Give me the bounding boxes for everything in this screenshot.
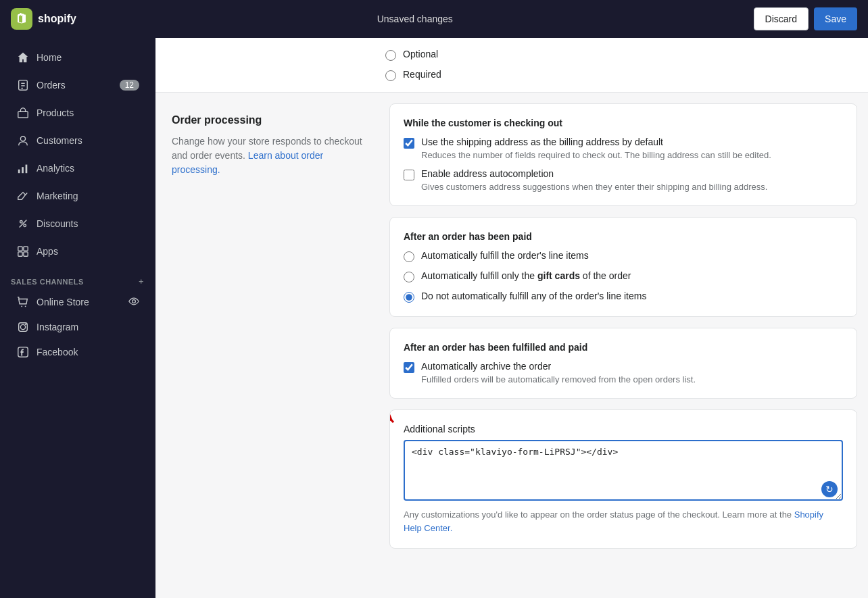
sidebar-discounts-label: Discounts [37, 218, 78, 229]
analytics-icon [16, 161, 30, 175]
svg-rect-6 [18, 170, 20, 173]
orders-badge: 12 [120, 80, 139, 91]
topbar-left: shopify [11, 8, 76, 30]
do-not-fulfill-item: Do not automatically fulfill any of the … [404, 291, 843, 303]
svg-rect-8 [26, 165, 28, 174]
sidebar-item-marketing[interactable]: Marketing [5, 182, 150, 209]
do-not-fulfill-radio[interactable] [404, 292, 414, 303]
home-icon [16, 51, 30, 64]
topbar: shopify Unsaved changes Discard Save [0, 0, 868, 38]
order-processing-section: Order processing Change how your store r… [155, 93, 868, 565]
online-store-icon [16, 295, 30, 309]
discard-button[interactable]: Discard [754, 7, 809, 30]
sidebar-apps-label: Apps [37, 246, 58, 257]
sidebar-item-customers[interactable]: Customers [5, 127, 150, 154]
use-shipping-desc: Reduces the number of fields required to… [421, 150, 771, 160]
svg-point-5 [20, 136, 25, 141]
auto-fulfill-giftcards-radio[interactable] [404, 272, 414, 282]
main-layout: Home Orders 12 Products Customers [0, 38, 868, 598]
archive-checkbox[interactable] [404, 362, 414, 373]
auto-fulfill-all-radio[interactable] [404, 251, 414, 262]
autocompletion-text: Enable address autocompletion Gives cust… [421, 168, 767, 192]
auto-fulfill-giftcards-post: of the order [580, 270, 631, 281]
svg-rect-12 [18, 247, 22, 251]
checkout-card: While the customer is checking out Use t… [389, 103, 857, 206]
brand-name: shopify [38, 13, 76, 25]
add-sales-channel-icon[interactable]: ＋ [137, 276, 145, 286]
archive-checkbox-item: Automatically archive the order Fulfille… [404, 361, 843, 384]
scripts-textarea-wrapper: <div class="klaviyo-form-LiPRSJ"></div> … [404, 440, 843, 503]
svg-point-20 [20, 324, 25, 329]
sidebar-item-discounts[interactable]: Discounts [5, 210, 150, 237]
sidebar-item-home[interactable]: Home [5, 44, 150, 71]
opt-req-radio-group: Optional Required [385, 49, 854, 81]
red-arrow-annotation [389, 409, 404, 430]
after-paid-section: After an order has been paid Automatical… [390, 218, 857, 316]
sidebar-item-instagram[interactable]: Instagram [5, 315, 150, 339]
shopify-logo: shopify [11, 8, 76, 30]
checkout-card-title: While the customer is checking out [404, 118, 843, 128]
auto-fulfill-giftcards-item: Automatically fulfill only the gift card… [404, 270, 843, 282]
products-icon [16, 106, 30, 120]
svg-point-9 [20, 221, 23, 224]
sidebar-item-apps[interactable]: Apps [5, 238, 150, 265]
order-processing-body: Change how your store responds to checko… [172, 134, 362, 177]
checkout-card-section: While the customer is checking out Use t… [390, 104, 857, 205]
sidebar-orders-label: Orders [37, 80, 66, 91]
use-shipping-checkbox[interactable] [404, 138, 414, 149]
archive-text: Automatically archive the order Fulfille… [421, 361, 696, 384]
autocompletion-checkbox-item: Enable address autocompletion Gives cust… [404, 168, 843, 192]
refresh-icon[interactable]: ↻ [821, 481, 838, 497]
unsaved-changes-label: Unsaved changes [377, 14, 453, 24]
required-radio-item: Required [385, 69, 854, 81]
optional-radio[interactable] [385, 50, 396, 61]
svg-rect-7 [22, 167, 24, 173]
sidebar: Home Orders 12 Products Customers [0, 38, 155, 598]
scripts-textarea[interactable]: <div class="klaviyo-form-LiPRSJ"></div> [404, 440, 843, 501]
auto-fulfill-giftcards-pre: Automatically fulfill only the [421, 270, 537, 281]
svg-rect-13 [24, 247, 28, 251]
autocompletion-checkbox[interactable] [404, 170, 414, 180]
svg-rect-4 [18, 111, 28, 118]
after-paid-card: After an order has been paid Automatical… [389, 217, 857, 317]
sidebar-item-facebook[interactable]: Facebook [5, 340, 150, 364]
use-shipping-text: Use the shipping address as the billing … [421, 136, 771, 160]
order-processing-title: Order processing [172, 114, 362, 126]
apps-icon [16, 245, 30, 258]
sidebar-item-analytics[interactable]: Analytics [5, 155, 150, 182]
sidebar-products-label: Products [37, 107, 74, 118]
svg-point-18 [132, 299, 136, 303]
sidebar-item-orders[interactable]: Orders 12 [5, 72, 150, 99]
instagram-icon [16, 320, 30, 334]
customers-icon [16, 134, 30, 147]
after-paid-title: After an order has been paid [404, 231, 843, 242]
svg-point-21 [26, 324, 26, 325]
sidebar-marketing-label: Marketing [37, 191, 78, 201]
sales-channels-label: SALES CHANNELS [11, 278, 84, 286]
required-radio[interactable] [385, 70, 396, 81]
auto-fulfill-all-label: Automatically fulfill the order's line i… [421, 250, 589, 261]
topbar-actions: Discard Save [754, 7, 857, 30]
additional-scripts-section: Additional scripts <div class="klaviyo-f… [390, 410, 857, 548]
archive-label: Automatically archive the order [421, 361, 551, 372]
sidebar-customers-label: Customers [37, 135, 82, 146]
scripts-footer-text: Any customizations you'd like to appear … [404, 509, 794, 520]
orders-icon [16, 78, 30, 92]
sidebar-item-online-store[interactable]: Online Store [5, 290, 150, 314]
svg-point-17 [25, 305, 26, 307]
sidebar-item-products[interactable]: Products [5, 99, 150, 126]
autocompletion-label: Enable address autocompletion [421, 168, 554, 179]
required-label: Required [403, 69, 441, 80]
after-paid-radio-group: Automatically fulfill the order's line i… [404, 250, 843, 303]
save-button[interactable]: Save [814, 7, 857, 30]
auto-fulfill-all-item: Automatically fulfill the order's line i… [404, 250, 843, 262]
autocompletion-desc: Gives customers address suggestions when… [421, 182, 767, 192]
after-fulfilled-section: After an order has been fulfilled and pa… [390, 328, 857, 398]
svg-point-16 [21, 305, 22, 307]
scripts-label: Additional scripts [404, 424, 843, 434]
additional-scripts-card: Additional scripts <div class="klaviyo-f… [389, 409, 857, 549]
sales-channels-header: SALES CHANNELS ＋ [0, 266, 155, 289]
eye-icon[interactable] [128, 296, 139, 309]
main-content: Optional Required Order processing Chang… [155, 38, 868, 598]
logo-icon [11, 8, 32, 30]
